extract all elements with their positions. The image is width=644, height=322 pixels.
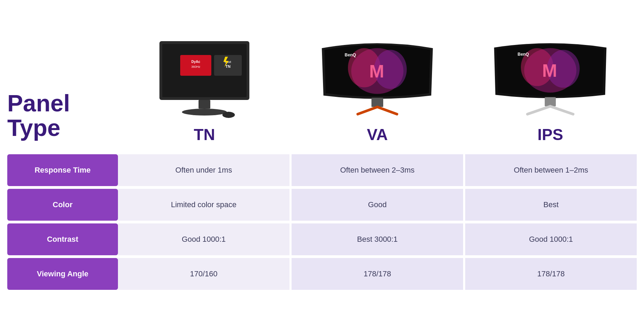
cell-rt-ips: Often between 1–2ms: [465, 154, 637, 186]
svg-point-11: [222, 112, 235, 118]
cell-rt-tn: Often under 1ms: [118, 154, 289, 186]
svg-text:BenQ: BenQ: [345, 52, 356, 57]
monitor-svg-tn: DyAc 360Hz Fast TN: [153, 39, 256, 119]
main-container: Panel Type DyAc 360Hz: [7, 33, 637, 290]
monitor-label-va: VA: [367, 125, 388, 144]
monitor-col-va: M BenQ VA: [291, 33, 464, 144]
cell-va-ips: 178/178: [465, 258, 637, 290]
page-title: Panel Type: [7, 91, 118, 144]
cell-color-tn: Limited color space: [118, 189, 289, 221]
row-viewing-angle: 170/160 178/178 178/178: [118, 258, 637, 290]
cell-color-va: Good: [292, 189, 463, 221]
cell-contrast-ips: Good 1000:1: [465, 223, 637, 255]
title-line2: Type: [7, 114, 61, 141]
monitor-image-ips: M BenQ: [491, 33, 609, 119]
cell-rt-va: Often between 2–3ms: [292, 154, 463, 186]
monitor-col-tn: DyAc 360Hz Fast TN: [118, 33, 291, 144]
monitor-label-ips: IPS: [537, 125, 563, 144]
row-color: Limited color space Good Best: [118, 189, 637, 221]
label-viewing-angle: Viewing Angle: [7, 258, 118, 290]
svg-text:DyAc: DyAc: [191, 60, 200, 64]
svg-text:360Hz: 360Hz: [191, 65, 201, 68]
svg-rect-25: [545, 97, 556, 106]
svg-text:BenQ: BenQ: [518, 52, 529, 57]
monitors-row: DyAc 360Hz Fast TN: [118, 33, 637, 144]
row-contrast: Good 1000:1 Best 3000:1 Good 1000:1: [118, 223, 637, 255]
svg-line-19: [377, 107, 397, 114]
svg-line-26: [527, 106, 550, 114]
svg-text:M: M: [369, 61, 384, 81]
svg-text:TN: TN: [226, 64, 231, 68]
svg-rect-9: [199, 100, 210, 109]
cell-contrast-tn: Good 1000:1: [118, 223, 289, 255]
svg-line-27: [550, 106, 573, 114]
monitor-col-ips: M BenQ IPS: [464, 33, 637, 144]
cell-va-va: 178/178: [292, 258, 463, 290]
title-line1: Panel: [7, 90, 70, 116]
monitor-label-tn: TN: [194, 125, 215, 144]
cell-va-tn: 170/160: [118, 258, 289, 290]
svg-point-10: [182, 109, 227, 116]
cell-contrast-va: Best 3000:1: [292, 223, 463, 255]
label-response-time: Response Time: [7, 154, 118, 186]
label-color: Color: [7, 189, 118, 221]
label-contrast: Contrast: [7, 223, 118, 255]
monitor-image-tn: DyAc 360Hz Fast TN: [146, 33, 263, 119]
monitor-svg-ips: M BenQ: [491, 39, 609, 119]
svg-rect-17: [371, 98, 383, 107]
monitor-svg-va: M BenQ: [319, 39, 436, 119]
cell-color-ips: Best: [465, 189, 637, 221]
table-section: Response Time Color Contrast Viewing Ang…: [7, 154, 637, 290]
row-response-time: Often under 1ms Often between 2–3ms Ofte…: [118, 154, 637, 186]
data-grid: Often under 1ms Often between 2–3ms Ofte…: [118, 154, 637, 290]
top-section: Panel Type DyAc 360Hz: [7, 33, 637, 144]
svg-line-18: [358, 107, 377, 114]
row-labels: Response Time Color Contrast Viewing Ang…: [7, 154, 118, 290]
monitor-image-va: M BenQ: [319, 33, 436, 119]
svg-text:M: M: [542, 61, 557, 81]
